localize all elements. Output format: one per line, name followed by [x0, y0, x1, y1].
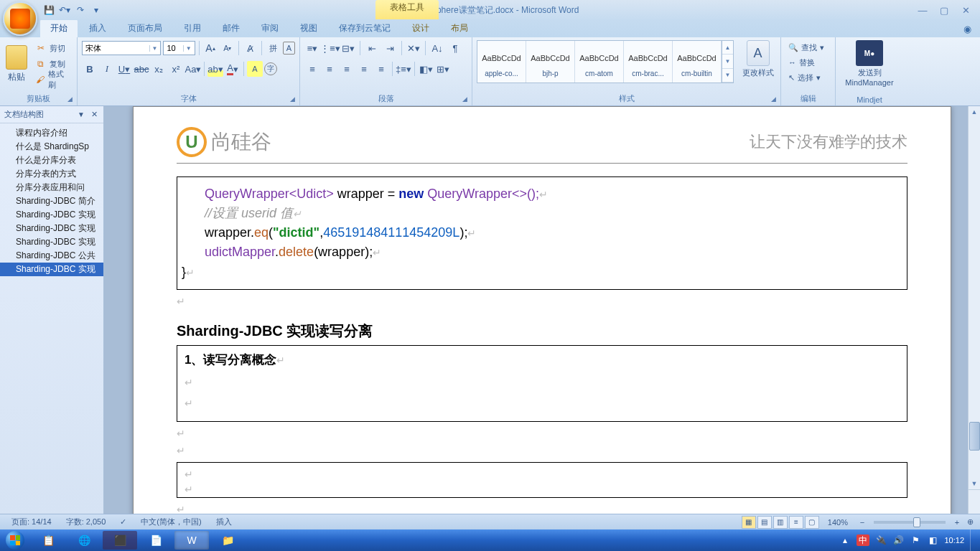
style-item[interactable]: AaBbCcDdcm-brac...	[624, 41, 673, 83]
browse-object-nav[interactable]	[969, 489, 980, 514]
zoom-in-button[interactable]: +	[951, 517, 963, 528]
ribbon-help-icon[interactable]: ◉	[963, 24, 971, 37]
char-border-button[interactable]: A	[283, 42, 295, 55]
gallery-more-button[interactable]: ▼	[722, 69, 733, 83]
tab-view[interactable]: 视图	[290, 19, 327, 37]
tray-flag-icon[interactable]: ⚑	[910, 534, 921, 546]
navpane-item[interactable]: 课程内容介绍	[0, 126, 103, 140]
multilevel-button[interactable]: ⊟▾	[340, 40, 356, 56]
superscript-button[interactable]: x²	[168, 61, 184, 77]
navpane-item[interactable]: 什么是 ShardingSp	[0, 140, 103, 154]
char-shading-button[interactable]: A	[247, 61, 263, 77]
navpane-item[interactable]: 什么是分库分表	[0, 154, 103, 167]
format-painter-button[interactable]: 🖌格式刷	[32, 72, 73, 88]
start-button[interactable]	[0, 529, 30, 551]
qat-save[interactable]: 💾	[42, 3, 56, 17]
tab-page-layout[interactable]: 页面布局	[118, 19, 172, 37]
show-desktop-button[interactable]	[970, 529, 977, 551]
tab-table-design[interactable]: 设计	[402, 19, 439, 37]
distributed-button[interactable]: ≡	[373, 61, 389, 77]
navpane-dropdown[interactable]: ▼	[78, 110, 85, 118]
tray-volume-icon[interactable]: 🔊	[892, 534, 904, 546]
document-scroll-area[interactable]: U 尚硅谷 让天下没有难学的技术 QueryWrapper<Udict> wra…	[104, 106, 980, 514]
show-hide-button[interactable]: ¶	[447, 40, 463, 56]
tab-references[interactable]: 引用	[174, 19, 211, 37]
tab-cloud-save[interactable]: 保存到云笔记	[329, 19, 401, 37]
scroll-thumb[interactable]	[969, 422, 980, 451]
paste-button[interactable]: 粘贴	[4, 40, 29, 88]
tray-ime-icon[interactable]: 中	[857, 534, 869, 546]
zoom-thumb[interactable]	[913, 517, 920, 527]
taskbar-app-word[interactable]: W	[174, 531, 209, 550]
heading-2[interactable]: Sharding-JDBC 实现读写分离	[177, 321, 907, 341]
navpane-close-button[interactable]: ✕	[89, 110, 99, 120]
style-item[interactable]: AaBbCcDdapple-co...	[477, 41, 526, 83]
change-case-button[interactable]: Aa▾	[185, 61, 201, 77]
status-insert-mode[interactable]: 插入	[209, 517, 239, 527]
close-button[interactable]: ✕	[956, 4, 976, 17]
tab-home[interactable]: 开始	[40, 19, 78, 37]
tray-network-icon[interactable]: 🔌	[875, 534, 887, 546]
status-word-count[interactable]: 字数: 2,050	[59, 517, 113, 527]
maximize-button[interactable]: ▢	[934, 4, 954, 17]
strike-button[interactable]: abc	[134, 61, 149, 77]
select-button[interactable]: ↖选择▾	[785, 70, 823, 85]
font-size-combo[interactable]: 10▼	[163, 41, 195, 55]
vertical-scrollbar[interactable]: ▲ ▼	[968, 106, 980, 514]
minimize-button[interactable]: —	[913, 4, 933, 17]
tab-mailings[interactable]: 邮件	[213, 19, 250, 37]
zoom-level[interactable]: 140%	[821, 518, 855, 527]
font-name-combo[interactable]: 宋体▼	[82, 41, 161, 55]
clear-formatting-button[interactable]: A̷	[243, 40, 258, 56]
taskbar-app-3[interactable]: ⬛	[103, 531, 137, 550]
clipboard-launcher[interactable]: ◢	[65, 94, 75, 103]
line-spacing-button[interactable]: ‡≡▾	[396, 61, 411, 77]
navpane-item[interactable]: Sharding-JDBC 实现	[0, 208, 103, 222]
sort-button[interactable]: A↓	[429, 40, 445, 56]
navpane-item[interactable]: Sharding-JDBC 公共	[0, 249, 103, 263]
navpane-item[interactable]: Sharding-JDBC 实现	[0, 235, 103, 249]
cut-button[interactable]: ✂剪切	[32, 40, 73, 56]
status-page[interactable]: 页面: 14/14	[4, 517, 59, 527]
borders-button[interactable]: ⊞▾	[435, 61, 451, 77]
gallery-up-button[interactable]: ▲	[722, 41, 733, 55]
style-item[interactable]: AaBbCcDdbjh-p	[526, 41, 575, 83]
full-screen-view-button[interactable]: ▤	[757, 516, 772, 529]
enclose-chars-button[interactable]: 字	[264, 62, 277, 75]
zoom-fit-button[interactable]: ⊕	[964, 517, 976, 528]
taskbar-app-explorer[interactable]: 📁	[210, 531, 245, 550]
shrink-font-button[interactable]: A▾	[220, 40, 235, 56]
navpane-item[interactable]: Sharding-JDBC 简介	[0, 194, 103, 208]
taskbar-app-4[interactable]: 📄	[139, 531, 173, 550]
bullets-button[interactable]: ≡▾	[304, 40, 320, 56]
print-layout-view-button[interactable]: ▦	[742, 516, 756, 529]
taskbar-app-1[interactable]: 📋	[31, 531, 65, 550]
align-center-button[interactable]: ≡	[322, 61, 337, 77]
numbering-button[interactable]: ⋮≡▾	[322, 40, 338, 56]
navpane-item[interactable]: 分库分表的方式	[0, 167, 103, 181]
style-item[interactable]: AaBbCcDdcm-builtin	[673, 41, 722, 83]
tab-review[interactable]: 审阅	[251, 19, 289, 37]
find-button[interactable]: 🔍查找▾	[785, 40, 827, 55]
shading-button[interactable]: ◧▾	[418, 61, 434, 77]
office-button[interactable]	[3, 1, 37, 36]
italic-button[interactable]: I	[99, 61, 115, 77]
tab-table-layout[interactable]: 布局	[441, 19, 478, 37]
gallery-down-button[interactable]: ▼	[722, 55, 733, 68]
outline-view-button[interactable]: ≡	[789, 516, 803, 529]
increase-indent-button[interactable]: ⇥	[382, 40, 398, 56]
grow-font-button[interactable]: A▴	[203, 40, 218, 56]
styles-gallery[interactable]: AaBbCcDdapple-co... AaBbCcDdbjh-p AaBbCc…	[477, 40, 734, 83]
taskbar-app-2[interactable]: 🌐	[67, 531, 101, 550]
navpane-item[interactable]: 分库分表应用和问	[0, 181, 103, 194]
tray-app-icon[interactable]: ◧	[927, 534, 938, 546]
align-left-button[interactable]: ≡	[304, 61, 320, 77]
change-styles-button[interactable]: A 更改样式	[739, 40, 776, 78]
font-launcher[interactable]: ◢	[288, 94, 297, 103]
web-layout-view-button[interactable]: ▥	[773, 516, 788, 529]
document-page[interactable]: U 尚硅谷 让天下没有难学的技术 QueryWrapper<Udict> wra…	[133, 106, 951, 514]
asian-layout-button[interactable]: ✕▾	[406, 40, 421, 56]
tab-insert[interactable]: 插入	[79, 19, 116, 37]
draft-view-button[interactable]: ▢	[805, 516, 819, 529]
bold-button[interactable]: B	[82, 61, 98, 77]
